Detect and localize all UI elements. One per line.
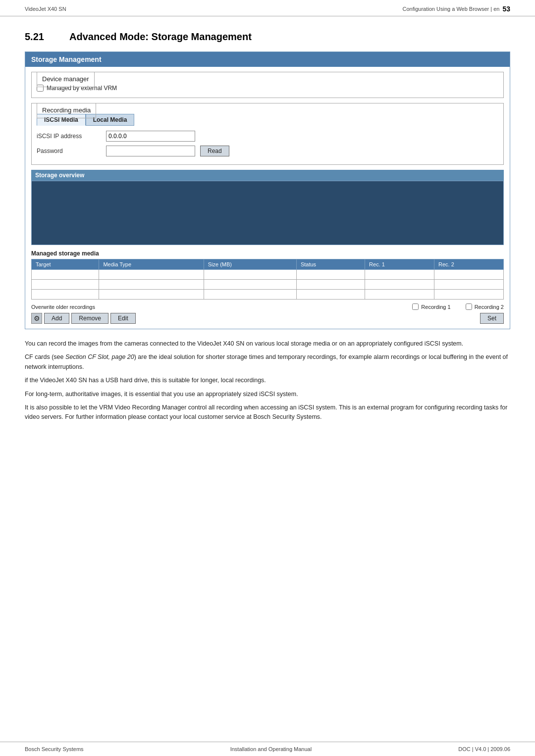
recording-media-group: Recording media iSCSI Media Local Media …	[31, 103, 504, 165]
storage-overview-section: Storage overview	[31, 170, 504, 245]
section-heading: 5.21 Advanced Mode: Storage Management	[25, 31, 510, 43]
recording1-label: Recording 1	[421, 304, 450, 310]
recording2-checkbox[interactable]	[466, 303, 472, 310]
table-header-row: Target Media Type Size (MB) Status Rec. …	[32, 259, 504, 270]
iscsi-ip-row: iSCSI IP address	[37, 131, 498, 142]
section-title: Advanced Mode: Storage Management	[69, 31, 252, 43]
col-rec2: Rec. 2	[434, 259, 504, 270]
header-left: VideoJet X40 SN	[25, 6, 66, 12]
panel-title: Storage Management	[31, 55, 102, 63]
read-button[interactable]: Read	[200, 146, 229, 156]
table-row	[32, 280, 504, 290]
iscsi-ip-input[interactable]	[106, 131, 195, 142]
body-para-3: if the VideoJet X40 SN has a USB hard dr…	[25, 376, 510, 385]
storage-overview-area	[31, 181, 504, 245]
col-target: Target	[32, 259, 99, 270]
set-button[interactable]: Set	[480, 313, 504, 324]
recording-media-tabs: iSCSI Media Local Media	[37, 114, 498, 126]
add-button[interactable]: Add	[44, 313, 69, 324]
recording2-label: Recording 2	[475, 304, 504, 310]
header-right-text: Configuration Using a Web Browser | en	[403, 6, 500, 12]
tab-local-label: Local Media	[93, 116, 127, 123]
iscsi-ip-label: iSCSI IP address	[37, 133, 101, 140]
managed-by-vrm-row: Managed by external VRM	[37, 83, 498, 94]
storage-overview-label: Storage overview	[31, 170, 504, 181]
page-footer: Bosch Security Systems Installation and …	[0, 742, 535, 756]
recording-media-legend: Recording media	[37, 103, 96, 118]
password-row: Password Read	[37, 146, 498, 156]
col-status: Status	[296, 259, 365, 270]
overwrite-row: Overwrite older recordings	[31, 304, 95, 310]
page-header: VideoJet X40 SN Configuration Using a We…	[0, 0, 535, 16]
edit-button[interactable]: Edit	[110, 313, 136, 324]
main-content: 5.21 Advanced Mode: Storage Management S…	[0, 16, 535, 446]
footer-center: Installation and Operating Manual	[230, 746, 312, 752]
table-row	[32, 290, 504, 300]
device-manager-legend: Device manager	[37, 72, 95, 87]
gear-icon: ⚙	[31, 313, 42, 324]
panel-header: Storage Management	[25, 52, 510, 67]
body-para-2: CF cards (see Section CF Slot, page 20) …	[25, 353, 510, 372]
table-row	[32, 270, 504, 280]
panel-body: Device manager Managed by external VRM R…	[25, 67, 510, 329]
bottom-controls: Overwrite older recordings Recording 1 R…	[31, 303, 504, 310]
footer-left: Bosch Security Systems	[25, 746, 84, 752]
header-right-group: Configuration Using a Web Browser | en 5…	[403, 5, 510, 13]
password-input[interactable]	[106, 146, 195, 156]
page-number: 53	[502, 5, 510, 13]
body-para-4: For long-term, authoritative images, it …	[25, 390, 510, 399]
recording2-item: Recording 2	[466, 303, 504, 310]
remove-button[interactable]: Remove	[71, 313, 108, 324]
recording1-item: Recording 1	[412, 303, 450, 310]
body-para-5: It is also possible to let the VRM Video…	[25, 403, 510, 422]
col-media-type: Media Type	[99, 259, 204, 270]
managed-storage-label: Managed storage media	[31, 250, 504, 257]
password-label: Password	[37, 148, 101, 154]
managed-storage-table: Target Media Type Size (MB) Status Rec. …	[31, 259, 504, 300]
col-size: Size (MB)	[204, 259, 296, 270]
section-number: 5.21	[25, 31, 54, 43]
recording1-checkbox[interactable]	[412, 303, 419, 310]
storage-management-panel: Storage Management Device manager Manage…	[25, 51, 510, 329]
overwrite-label: Overwrite older recordings	[31, 304, 95, 310]
col-rec1: Rec. 1	[365, 259, 434, 270]
footer-right: DOC | V4.0 | 2009.06	[458, 746, 510, 752]
action-buttons-row: ⚙ Add Remove Edit Set	[31, 313, 504, 324]
body-para-1: You can record the images from the camer…	[25, 339, 510, 349]
managed-storage-section: Managed storage media Target Media Type …	[31, 250, 504, 300]
device-manager-group: Device manager Managed by external VRM	[31, 72, 504, 98]
recording-checks: Recording 1 Recording 2	[412, 303, 504, 310]
